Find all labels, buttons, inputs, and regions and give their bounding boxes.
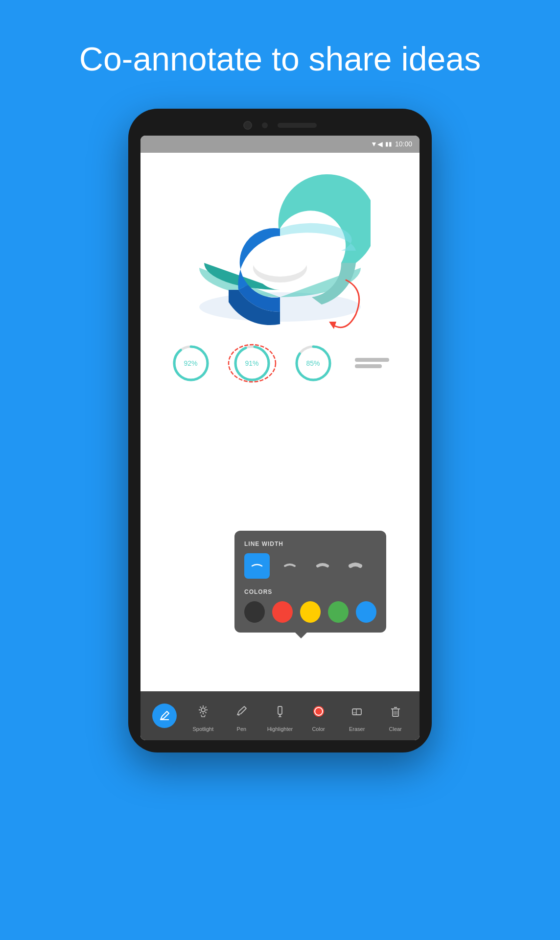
- bar-chart: [355, 358, 389, 368]
- colors-row: [244, 601, 376, 623]
- phone: ▼◀ ▮▮ 10:00: [128, 109, 432, 752]
- header: Co-annotate to share ideas: [0, 0, 560, 99]
- tool-eraser[interactable]: Eraser: [340, 699, 374, 732]
- clear-label: Clear: [389, 726, 402, 732]
- svg-line-22: [205, 707, 206, 708]
- stat-value-85: 85%: [306, 359, 320, 367]
- svg-line-21: [200, 712, 201, 713]
- colors-title: COLORS: [244, 588, 376, 595]
- header-title: Co-annotate to share ideas: [49, 39, 511, 79]
- bar-2: [355, 364, 382, 368]
- popup[interactable]: LINE WIDTH: [234, 531, 386, 633]
- content-area: 92% 91%: [140, 153, 420, 691]
- color-icon: [312, 705, 325, 718]
- line-width-btn-4[interactable]: [343, 553, 368, 579]
- chart-area: [150, 163, 410, 339]
- line-width-row: [244, 553, 376, 579]
- color-label: Color: [312, 726, 325, 732]
- status-bar: ▼◀ ▮▮ 10:00: [140, 136, 420, 153]
- highlighter-icon: [274, 705, 286, 718]
- color-wrapper: [306, 699, 331, 724]
- camera-lens: [243, 121, 252, 130]
- circle-85: 85%: [294, 344, 333, 383]
- clear-icon: [389, 705, 402, 718]
- color-green[interactable]: [328, 601, 349, 623]
- phone-notch: [140, 121, 420, 130]
- pen-active-icon: [158, 709, 171, 722]
- status-time: 10:00: [395, 140, 412, 148]
- pen-wrapper: [229, 699, 254, 724]
- tool-pen[interactable]: Pen: [224, 699, 258, 732]
- stat-value-92: 92%: [184, 359, 197, 367]
- line-width-btn-2[interactable]: [277, 553, 303, 579]
- phone-wrapper: ▼◀ ▮▮ 10:00: [0, 109, 560, 752]
- tool-color[interactable]: Color: [302, 699, 336, 732]
- clear-wrapper: [383, 699, 408, 724]
- svg-point-4: [253, 249, 307, 277]
- pen-active-wrapper: [152, 704, 177, 728]
- highlighter-wrapper: [268, 699, 292, 724]
- eraser-label: Eraser: [349, 726, 365, 732]
- tool-highlighter[interactable]: Highlighter: [263, 699, 297, 732]
- color-yellow[interactable]: [300, 601, 321, 623]
- highlighter-label: Highlighter: [267, 726, 293, 732]
- tool-pen-active[interactable]: [147, 704, 182, 728]
- tool-clear[interactable]: Clear: [378, 699, 413, 732]
- screen: ▼◀ ▮▮ 10:00: [140, 136, 420, 740]
- stat-item-91: 91%: [233, 344, 272, 383]
- spotlight-icon: [197, 705, 210, 718]
- stat-item-85: 85%: [294, 344, 333, 383]
- color-red[interactable]: [272, 601, 293, 623]
- spotlight-label: Spotlight: [192, 726, 213, 732]
- svg-rect-23: [278, 706, 282, 714]
- spotlight-wrapper: [191, 699, 215, 724]
- pen-label: Pen: [237, 726, 247, 732]
- stat-value-91: 91%: [245, 359, 258, 367]
- stats-row: 92% 91%: [150, 339, 410, 388]
- svg-point-27: [315, 707, 323, 715]
- chart-svg: [189, 172, 371, 329]
- bar-1: [355, 358, 389, 362]
- svg-line-19: [200, 707, 201, 708]
- wifi-icon: ▼◀: [371, 140, 383, 148]
- donut-chart: [189, 172, 371, 329]
- pen-icon: [235, 705, 248, 718]
- svg-line-20: [205, 712, 206, 713]
- camera-small: [262, 122, 268, 128]
- annotation-area: 92% 91%: [150, 339, 410, 427]
- stat-item-92: 92%: [171, 344, 210, 383]
- speaker: [278, 123, 317, 128]
- svg-marker-5: [329, 322, 336, 329]
- svg-point-14: [201, 708, 205, 712]
- eraser-icon: [350, 705, 363, 718]
- eraser-wrapper: [345, 699, 369, 724]
- toolbar: Spotlight Pen: [140, 691, 420, 740]
- color-blue[interactable]: [356, 601, 376, 623]
- color-black[interactable]: [244, 601, 265, 623]
- line-width-btn-3[interactable]: [310, 553, 335, 579]
- svg-rect-28: [352, 709, 361, 715]
- circle-91: 91%: [233, 344, 272, 383]
- line-width-title: LINE WIDTH: [244, 540, 376, 547]
- circle-92: 92%: [171, 344, 210, 383]
- battery-icon: ▮▮: [385, 141, 392, 147]
- line-width-btn-1[interactable]: [244, 553, 270, 579]
- status-icons: ▼◀ ▮▮: [371, 140, 392, 148]
- tool-spotlight[interactable]: Spotlight: [186, 699, 220, 732]
